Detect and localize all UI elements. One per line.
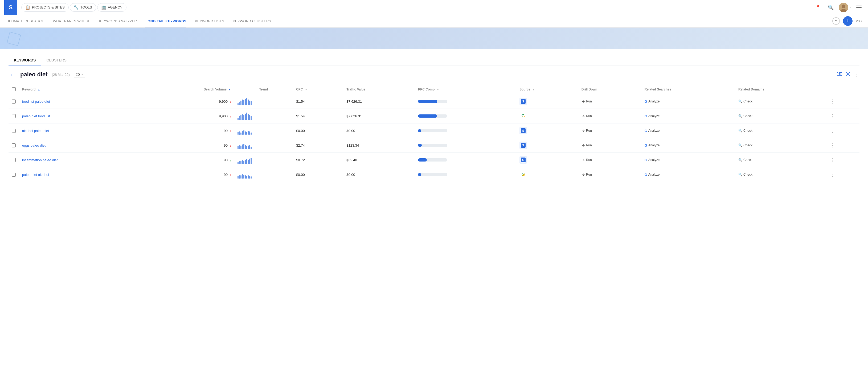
row-cpc-2: $0.00 xyxy=(293,124,343,138)
related-searches-btn-4[interactable]: GAnalyze xyxy=(645,158,732,162)
trend-arrow-up-4: ↑ xyxy=(229,159,231,162)
row-checkbox-cell xyxy=(8,153,19,167)
trend-bar xyxy=(246,132,247,135)
more-options-btn-3[interactable]: ⋮ xyxy=(830,142,856,148)
col-search-volume[interactable]: Search Volume ▼ xyxy=(138,84,234,94)
trend-bar xyxy=(239,175,240,178)
row-traffic-value-5: $0.00 xyxy=(343,167,415,182)
row-source-2: S xyxy=(516,124,578,138)
drill-down-btn-3[interactable]: Run xyxy=(582,143,638,147)
nav-projects[interactable]: 📋 PROJECTS & SITES xyxy=(21,3,69,12)
search-meta: (28 Mar 22) xyxy=(52,73,70,77)
drill-down-btn-4[interactable]: Run xyxy=(582,158,638,162)
subnav-ultimate-research[interactable]: ULTIMATE RESEARCH xyxy=(6,15,44,27)
subnav-keyword-lists[interactable]: KEYWORD LISTS xyxy=(195,15,224,27)
settings-icon[interactable] xyxy=(846,72,850,78)
logo[interactable]: S xyxy=(4,0,17,15)
keyword-table: Keyword ▲ Search Volume ▼ Trend CPC ▼ xyxy=(8,84,860,182)
row-related-domains-5: 🔍Check xyxy=(735,167,827,182)
row-checkbox-0[interactable] xyxy=(12,100,16,103)
col-keyword[interactable]: Keyword ▲ xyxy=(19,84,138,94)
col-source[interactable]: Source ▼ xyxy=(516,84,578,94)
related-domains-btn-4[interactable]: 🔍Check xyxy=(738,158,824,162)
row-related-searches-3: GAnalyze xyxy=(642,138,735,153)
trend-bar xyxy=(248,114,249,120)
location-icon[interactable]: 📍 xyxy=(813,3,823,12)
trend-bar xyxy=(241,161,242,164)
related-searches-btn-0[interactable]: GAnalyze xyxy=(645,100,732,103)
svg-text:S: S xyxy=(522,144,524,147)
table-row: paleo diet alcohol90 ↓$0.00$0.00GRunGAna… xyxy=(8,167,860,182)
more-options-icon[interactable]: ⋮ xyxy=(854,71,860,78)
related-domains-btn-2[interactable]: 🔍Check xyxy=(738,129,824,133)
col-cpc[interactable]: CPC ▼ xyxy=(293,84,343,94)
more-options-btn-4[interactable]: ⋮ xyxy=(830,157,856,163)
menu-icon[interactable] xyxy=(854,3,864,11)
keyword-link-4[interactable]: inflammation paleo diet xyxy=(22,158,58,162)
related-searches-btn-3[interactable]: GAnalyze xyxy=(645,143,732,147)
trend-bar xyxy=(239,145,240,149)
trend-bar xyxy=(243,175,244,178)
ppc-bar-wrap-2 xyxy=(418,129,447,132)
subnav-keyword-clusters[interactable]: KEYWORD CLUSTERS xyxy=(233,15,271,27)
trend-bar xyxy=(249,159,250,164)
select-all-header[interactable] xyxy=(8,84,19,94)
keyword-link-5[interactable]: paleo diet alcohol xyxy=(22,173,49,177)
ppc-bar-wrap-3 xyxy=(418,144,447,147)
select-all-checkbox[interactable] xyxy=(12,87,16,91)
row-checkbox-cell xyxy=(8,124,19,138)
trend-bar xyxy=(249,145,250,149)
back-button[interactable]: ← xyxy=(8,71,16,78)
row-ppc-comp-0 xyxy=(415,94,516,109)
subnav-keyword-analyzer[interactable]: KEYWORD ANALYZER xyxy=(99,15,137,27)
drill-down-btn-2[interactable]: Run xyxy=(582,129,638,133)
help-button[interactable]: ? xyxy=(832,17,840,25)
col-ppc-comp[interactable]: PPC Comp ▼ xyxy=(415,84,516,94)
trend-bar xyxy=(238,176,239,178)
keyword-link-1[interactable]: paleo diet food list xyxy=(22,114,50,118)
user-avatar-wrap[interactable]: ▾ xyxy=(839,3,851,12)
sort-volume-icon: ▼ xyxy=(228,88,231,91)
svg-text:S: S xyxy=(522,158,524,162)
table-header: Keyword ▲ Search Volume ▼ Trend CPC ▼ xyxy=(8,84,860,94)
related-domains-btn-1[interactable]: 🔍Check xyxy=(738,114,824,118)
related-domains-btn-0[interactable]: 🔍Check xyxy=(738,100,824,103)
subnav-what-ranks-where[interactable]: WHAT RANKS WHERE xyxy=(53,15,91,27)
nav-tools[interactable]: 🔧 TOOLS xyxy=(70,3,96,12)
drill-down-btn-0[interactable]: Run xyxy=(582,100,638,103)
row-more-5: ⋮ xyxy=(827,167,860,182)
subnav-long-tail-keywords[interactable]: LONG TAIL KEYWORDS xyxy=(145,15,186,27)
trend-bar xyxy=(238,118,239,120)
row-source-3: S xyxy=(516,138,578,153)
related-searches-btn-5[interactable]: GAnalyze xyxy=(645,173,732,177)
more-options-btn-0[interactable]: ⋮ xyxy=(830,98,856,104)
keyword-link-0[interactable]: food list paleo diet xyxy=(22,100,50,103)
row-checkbox-4[interactable] xyxy=(12,158,16,162)
related-domains-btn-3[interactable]: 🔍Check xyxy=(738,143,824,147)
nav-agency[interactable]: 🏢 AGENCY xyxy=(97,3,126,12)
more-options-btn-5[interactable]: ⋮ xyxy=(830,172,856,177)
row-checkbox-5[interactable] xyxy=(12,173,16,177)
row-checkbox-3[interactable] xyxy=(12,143,16,147)
row-trend-1 xyxy=(234,109,293,124)
drill-down-btn-1[interactable]: Run xyxy=(582,114,638,118)
tab-clusters[interactable]: CLUSTERS xyxy=(41,55,72,65)
row-checkbox-1[interactable] xyxy=(12,114,16,118)
row-drill-down-5: Run xyxy=(578,167,642,182)
tab-keywords[interactable]: KEYWORDS xyxy=(8,55,41,65)
row-checkbox-2[interactable] xyxy=(12,129,16,133)
related-domains-btn-5[interactable]: 🔍Check xyxy=(738,173,824,176)
related-searches-btn-1[interactable]: GAnalyze xyxy=(645,114,732,118)
count-select[interactable]: 20 ▼ xyxy=(74,72,85,77)
add-button[interactable]: + xyxy=(843,16,852,26)
drill-down-btn-5[interactable]: Run xyxy=(582,173,638,176)
more-options-btn-1[interactable]: ⋮ xyxy=(830,113,856,119)
keyword-link-2[interactable]: alcohol paleo diet xyxy=(22,129,49,133)
source-s-icon-0: S xyxy=(520,98,527,105)
keyword-link-3[interactable]: eggs paleo diet xyxy=(22,143,45,147)
column-filter-icon[interactable] xyxy=(837,72,842,78)
related-searches-btn-2[interactable]: GAnalyze xyxy=(645,129,732,133)
more-options-btn-2[interactable]: ⋮ xyxy=(830,128,856,134)
search-icon[interactable]: 🔍 xyxy=(826,3,836,12)
table-body: food list paleo diet9,900 ↓$1.54$7,626.3… xyxy=(8,94,860,182)
